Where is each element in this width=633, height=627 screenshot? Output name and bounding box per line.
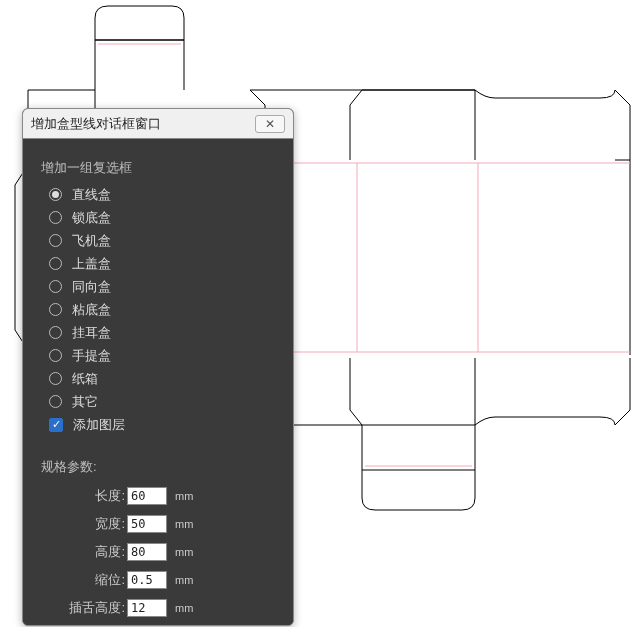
radio-icon: [49, 234, 62, 247]
box-type-radio[interactable]: 直线盒: [49, 183, 275, 206]
box-type-radio[interactable]: 粘底盒: [49, 298, 275, 321]
param-row: 缩位:mm: [41, 566, 275, 594]
radio-label: 锁底盒: [72, 209, 111, 227]
param-input[interactable]: [127, 515, 167, 533]
dialog-titlebar[interactable]: 增加盒型线对话框窗口 ✕: [23, 109, 293, 139]
box-type-radio[interactable]: 锁底盒: [49, 206, 275, 229]
box-type-radio-list: 直线盒锁底盒飞机盒上盖盒同向盒粘底盒挂耳盒手提盒纸箱其它✓添加图层: [41, 183, 275, 436]
param-label: 长度:: [51, 487, 127, 505]
box-type-radio[interactable]: 飞机盒: [49, 229, 275, 252]
radio-label: 纸箱: [72, 370, 98, 388]
radio-label: 手提盒: [72, 347, 111, 365]
param-unit: mm: [175, 546, 193, 558]
close-button[interactable]: ✕: [255, 115, 285, 133]
radio-icon: [49, 326, 62, 339]
param-label: 宽度:: [51, 515, 127, 533]
radio-label: 飞机盒: [72, 232, 111, 250]
add-layer-checkbox[interactable]: ✓添加图层: [49, 413, 275, 436]
param-label: 插舌高度:: [51, 599, 127, 617]
box-type-radio[interactable]: 其它: [49, 390, 275, 413]
checkbox-icon: ✓: [49, 418, 63, 432]
box-type-group-label: 增加一组复选框: [41, 159, 275, 177]
box-type-radio[interactable]: 手提盒: [49, 344, 275, 367]
param-row: 粘口宽度:mm: [41, 622, 275, 625]
param-input[interactable]: [127, 487, 167, 505]
radio-icon: [49, 188, 62, 201]
radio-icon: [49, 372, 62, 385]
radio-icon: [49, 280, 62, 293]
param-input[interactable]: [127, 543, 167, 561]
box-type-radio[interactable]: 纸箱: [49, 367, 275, 390]
param-input[interactable]: [127, 571, 167, 589]
params-label: 规格参数:: [41, 458, 275, 476]
param-row: 宽度:mm: [41, 510, 275, 538]
radio-icon: [49, 303, 62, 316]
param-unit: mm: [175, 490, 193, 502]
radio-label: 同向盒: [72, 278, 111, 296]
close-icon: ✕: [265, 117, 275, 131]
radio-label: 粘底盒: [72, 301, 111, 319]
dialog-title: 增加盒型线对话框窗口: [31, 115, 255, 133]
param-unit: mm: [175, 574, 193, 586]
box-type-radio[interactable]: 挂耳盒: [49, 321, 275, 344]
box-type-radio[interactable]: 上盖盒: [49, 252, 275, 275]
param-row: 插舌高度:mm: [41, 594, 275, 622]
checkbox-label: 添加图层: [73, 416, 125, 434]
box-type-radio[interactable]: 同向盒: [49, 275, 275, 298]
add-box-line-dialog: 增加盒型线对话框窗口 ✕ 增加一组复选框 直线盒锁底盒飞机盒上盖盒同向盒粘底盒挂…: [22, 108, 294, 626]
radio-icon: [49, 395, 62, 408]
param-label: 高度:: [51, 543, 127, 561]
radio-icon: [49, 257, 62, 270]
radio-icon: [49, 211, 62, 224]
radio-label: 上盖盒: [72, 255, 111, 273]
param-unit: mm: [175, 602, 193, 614]
dialog-body: 增加一组复选框 直线盒锁底盒飞机盒上盖盒同向盒粘底盒挂耳盒手提盒纸箱其它✓添加图…: [23, 139, 293, 625]
radio-label: 挂耳盒: [72, 324, 111, 342]
param-unit: mm: [175, 518, 193, 530]
params-section: 规格参数: 长度:mm宽度:mm高度:mm缩位:mm插舌高度:mm粘口宽度:mm: [41, 458, 275, 625]
radio-label: 直线盒: [72, 186, 111, 204]
param-row: 长度:mm: [41, 482, 275, 510]
param-row: 高度:mm: [41, 538, 275, 566]
param-input[interactable]: [127, 599, 167, 617]
param-label: 缩位:: [51, 571, 127, 589]
radio-icon: [49, 349, 62, 362]
radio-label: 其它: [72, 393, 98, 411]
